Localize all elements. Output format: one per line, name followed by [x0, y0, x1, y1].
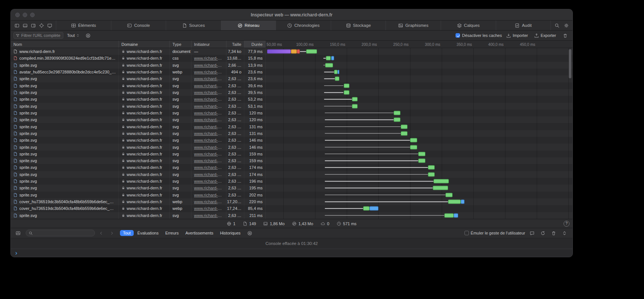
- table-row[interactable]: sprite.svgwww.richard-dern.frsvgwww.rich…: [11, 144, 572, 150]
- initiator-link[interactable]: www.richard-d…: [194, 111, 223, 115]
- console-scope-tab[interactable]: Évaluations: [134, 230, 162, 236]
- url-filter-input[interactable]: [21, 33, 61, 38]
- url-filter-field[interactable]: [13, 32, 63, 39]
- table-row[interactable]: compiled.min.38390909f303624ed9e1cf1bd3f…: [11, 55, 572, 62]
- initiator-link[interactable]: www.richard-d…: [194, 84, 223, 88]
- initiator-link[interactable]: www.richard-d…: [194, 117, 223, 122]
- table-row[interactable]: sprite.svgwww.richard-dern.frsvgwww.rich…: [11, 96, 572, 103]
- console-search-field[interactable]: [26, 230, 95, 236]
- table-row[interactable]: cover_hu736519dc3b5040cfa48b6b559b6de6ec…: [11, 198, 572, 205]
- initiator-link[interactable]: www.richard-d…: [194, 138, 223, 142]
- console-scope-tab[interactable]: Historiques: [217, 230, 244, 236]
- main-tab[interactable]: Sources: [166, 21, 221, 30]
- column-header-duree[interactable]: Durée: [244, 41, 266, 48]
- console-search-input[interactable]: [34, 231, 92, 235]
- main-tab[interactable]: Calques: [441, 21, 496, 30]
- table-row[interactable]: avatar_hu85ecc3e298728880b0bde2dcc4e5c23…: [11, 69, 572, 75]
- console-trash-button[interactable]: [548, 231, 559, 236]
- help-button[interactable]: ?: [564, 221, 570, 227]
- column-header-domaine[interactable]: Domaine: [119, 41, 170, 48]
- main-tab[interactable]: Éléments: [56, 21, 111, 30]
- sidebar-right-button[interactable]: [31, 23, 36, 28]
- console-bubble-button[interactable]: [527, 231, 537, 236]
- table-row[interactable]: sprite.svgwww.richard-dern.frsvgwww.rich…: [11, 137, 572, 144]
- initiator-link[interactable]: www.richard-d…: [194, 70, 223, 74]
- console-prompt[interactable]: [11, 249, 572, 257]
- emulate-user-gesture-checkbox[interactable]: [464, 231, 469, 235]
- disable-caches-toggle[interactable]: Désactiver les caches: [456, 33, 502, 38]
- table-row[interactable]: sprite.svgwww.richard-dern.frsvgwww.rich…: [11, 89, 572, 96]
- console-filter-button[interactable]: [245, 231, 254, 236]
- previous-result-button[interactable]: [96, 231, 106, 236]
- table-row[interactable]: sprite.svgwww.richard-dern.frsvgwww.rich…: [11, 82, 572, 89]
- gear-button[interactable]: [562, 23, 571, 28]
- console-refresh-button[interactable]: [537, 231, 548, 236]
- scrollbar-thumb[interactable]: [569, 49, 571, 78]
- console-expand-button[interactable]: [559, 231, 570, 236]
- main-tab[interactable]: Chronologies: [276, 21, 331, 30]
- table-row[interactable]: sprite.svgwww.richard-dern.frsvgwww.rich…: [11, 103, 572, 110]
- initiator-link[interactable]: www.richard-d…: [194, 63, 223, 67]
- target-button[interactable]: [39, 23, 44, 28]
- initiator-link[interactable]: www.richard-d…: [194, 165, 223, 170]
- scrollbar[interactable]: [568, 48, 572, 218]
- console-dock-button[interactable]: [13, 231, 23, 236]
- table-row[interactable]: sprite.svgwww.richard-dern.frsvgwww.rich…: [11, 130, 572, 137]
- table-row[interactable]: sprite.svgwww.richard-dern.frsvgwww.rich…: [11, 123, 572, 130]
- initiator-link[interactable]: www.richard-d…: [194, 193, 223, 197]
- initiator-link[interactable]: www.richard-d…: [194, 97, 223, 101]
- initiator-link[interactable]: www.richard-d…: [194, 90, 223, 95]
- initiator-link[interactable]: www.richard-d…: [194, 186, 223, 190]
- initiator-link[interactable]: www.richard-d…: [194, 131, 223, 136]
- initiator-link[interactable]: www.richard-d…: [194, 56, 223, 60]
- initiator-link[interactable]: www.richard-d…: [194, 179, 223, 183]
- import-button[interactable]: Importer: [504, 33, 530, 38]
- initiator-link[interactable]: www.richard-d…: [194, 199, 223, 204]
- main-tab[interactable]: Stockage: [331, 21, 386, 30]
- panel-bottom-button[interactable]: [22, 23, 28, 28]
- export-button[interactable]: Exporter: [532, 33, 558, 38]
- table-row[interactable]: sprite.svgwww.richard-dern.frsvgwww.rich…: [11, 75, 572, 82]
- initiator-link[interactable]: www.richard-d…: [194, 213, 223, 218]
- table-row[interactable]: sprite.svgwww.richard-dern.frsvgwww.rich…: [11, 151, 572, 157]
- main-tab[interactable]: Console: [111, 21, 166, 30]
- initiator-link[interactable]: www.richard-d…: [194, 76, 223, 81]
- table-row[interactable]: sprite.svgwww.richard-dern.frsvgwww.rich…: [11, 116, 572, 123]
- close-button[interactable]: [15, 13, 20, 17]
- initiator-link[interactable]: www.richard-d…: [194, 158, 223, 163]
- table-row[interactable]: sprite.svgwww.richard-dern.frsvgwww.rich…: [11, 157, 572, 164]
- main-tab[interactable]: Réseau: [221, 21, 276, 30]
- media-filter-button[interactable]: [83, 33, 93, 38]
- table-row[interactable]: sprite.svgwww.richard-dern.frsvgwww.rich…: [11, 178, 572, 185]
- table-row[interactable]: sprite.svgwww.richard-dern.frsvgwww.rich…: [11, 212, 572, 219]
- main-tab[interactable]: Audit: [496, 21, 551, 30]
- console-scope-tab[interactable]: Avertissements: [183, 230, 216, 236]
- column-header-type[interactable]: Type: [170, 41, 191, 48]
- initiator-link[interactable]: www.richard-d…: [194, 172, 223, 177]
- column-header-taille[interactable]: Taille: [226, 41, 244, 48]
- table-row[interactable]: cover_hu736519dc3b5040cfa48b6b559b6de6ec…: [11, 205, 572, 212]
- type-filter-dropdown[interactable]: Tout: [66, 33, 81, 38]
- emulate-user-gesture-toggle[interactable]: Émuler le geste de l'utilisateur: [464, 231, 525, 235]
- table-row[interactable]: sprite.svgwww.richard-dern.frsvgwww.rich…: [11, 62, 572, 69]
- titlebar[interactable]: Inspecteur web — www.richard-dern.fr: [11, 9, 572, 21]
- main-tab[interactable]: Graphismes: [386, 21, 441, 30]
- column-header-nom[interactable]: Nom: [11, 41, 119, 48]
- initiator-link[interactable]: www.richard-d…: [194, 125, 223, 129]
- zoom-button[interactable]: [30, 13, 35, 17]
- clear-network-button[interactable]: [561, 33, 570, 38]
- minimize-button[interactable]: [23, 13, 27, 17]
- initiator-link[interactable]: www.richard-d…: [194, 206, 223, 211]
- search-button[interactable]: [552, 23, 562, 28]
- device-button[interactable]: [47, 23, 53, 28]
- table-row[interactable]: sprite.svgwww.richard-dern.frsvgwww.rich…: [11, 185, 572, 191]
- sidebar-left-button[interactable]: [14, 23, 20, 28]
- console-scope-tab[interactable]: Tout: [120, 230, 134, 236]
- initiator-link[interactable]: www.richard-d…: [194, 145, 223, 150]
- disable-caches-checkbox[interactable]: [456, 33, 460, 38]
- table-row[interactable]: sprite.svgwww.richard-dern.frsvgwww.rich…: [11, 192, 572, 198]
- next-result-button[interactable]: [107, 231, 117, 236]
- initiator-link[interactable]: www.richard-d…: [194, 104, 223, 108]
- initiator-link[interactable]: www.richard-d…: [194, 152, 223, 156]
- console-scope-tab[interactable]: Erreurs: [162, 230, 182, 236]
